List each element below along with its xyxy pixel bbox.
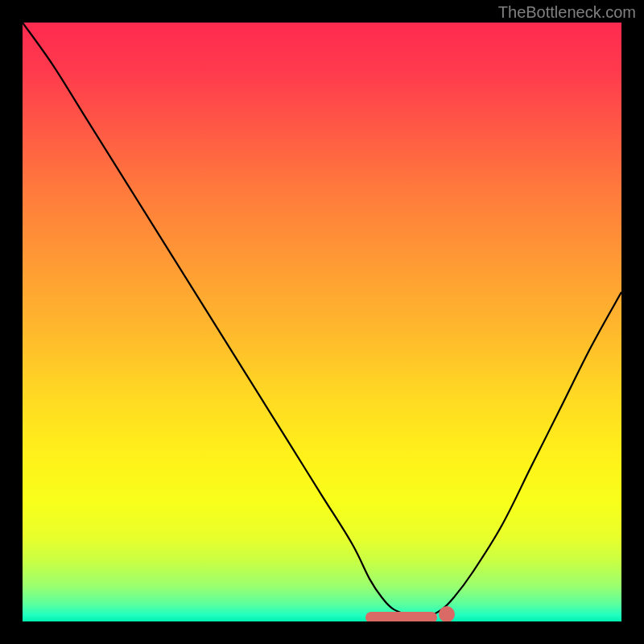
optimal-range-marker — [365, 612, 437, 621]
watermark-text: TheBottleneck.com — [498, 3, 636, 22]
chart-curve-svg — [23, 23, 621, 621]
optimal-range-end-dot — [439, 606, 455, 621]
chart-plot-area — [23, 23, 621, 621]
bottleneck-curve-path — [23, 23, 621, 617]
